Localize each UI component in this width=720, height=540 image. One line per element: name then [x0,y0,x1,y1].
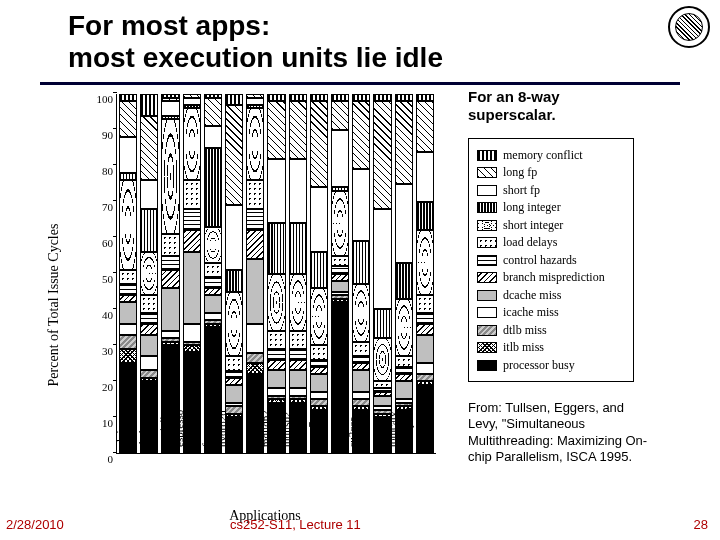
legend-row-long_integer: long integer [477,200,625,215]
seg-load_delays [225,356,243,370]
seg-short_fp [140,180,158,209]
seg-control_hazards [140,313,158,324]
seg-itlb_miss [183,345,201,352]
seg-branch_mispred [416,324,434,335]
x-tick: swm [372,426,384,447]
seg-memory_conflict [140,94,158,116]
seg-icache_miss [140,356,158,370]
seg-dcache_miss [331,281,349,292]
legend-swatch-processor_busy [477,360,497,371]
seg-long_integer [373,309,391,338]
seg-dcache_miss [246,259,264,324]
legend-label: dcache miss [503,288,561,303]
bar-su2cor: su2cor [352,94,370,453]
y-tick: 60 [87,237,113,249]
seg-memory_conflict [352,94,370,101]
seg-load_delays [395,356,413,367]
x-tick: eqntott [155,416,167,447]
seg-control_hazards [161,256,179,270]
seg-memory_conflict [119,94,137,101]
seg-load_delays [204,263,222,277]
legend-label: long integer [503,200,561,215]
x-tick: ora [333,433,345,447]
seg-dcache_miss [416,335,434,364]
y-tick: 70 [87,201,113,213]
seg-long_integer [267,223,285,273]
bar-espresso: espresso [183,94,201,453]
seg-short_fp [246,98,264,105]
seg-control_hazards [119,284,137,295]
seg-dcache_miss [183,252,201,324]
seg-short_fp [289,159,307,224]
seg-dtlb_miss [310,399,328,406]
seg-icache_miss [246,324,264,353]
seg-branch_mispred [183,230,201,252]
seg-short_fp [119,137,137,173]
seg-dtlb_miss [225,406,243,413]
bar-tomcatv: tomcatv [395,94,413,453]
y-tick-mark [113,236,117,237]
seg-load_delays [246,180,264,209]
legend-label: icache miss [503,305,559,320]
seg-load_delays [119,270,137,284]
seg-dcache_miss [204,295,222,313]
seg-long_integer [204,148,222,227]
legend-swatch-dtlb_miss [477,325,497,336]
seg-short_fp [225,205,243,270]
bar-mdljsp2: mdljsp2 [289,94,307,453]
seg-long_fp [119,101,137,137]
y-tick-mark [113,380,117,381]
legend-row-itlb_miss: itlb miss [477,340,625,355]
legend-label: memory conflict [503,148,583,163]
seg-branch_mispred [204,288,222,295]
seg-short_integer [331,191,349,256]
footer-date: 2/28/2010 [6,517,64,532]
x-tick: composite [402,402,414,447]
bar-alvinn: alvinn [119,94,137,453]
seg-branch_mispred [225,378,243,385]
seg-long_integer [225,270,243,292]
plot-area: alvinndoduceqntottespressofpppphydro2dli… [116,94,436,454]
seg-branch_mispred [161,270,179,288]
seg-short_fp [395,184,413,263]
seg-short_integer [267,274,285,331]
seg-dcache_miss [140,335,158,357]
y-tick: 100 [87,93,113,105]
seg-control_hazards [225,371,243,378]
seg-dcache_miss [267,370,285,388]
seg-load_delays [416,295,434,313]
bar-composite: composite [416,94,434,453]
seg-dcache_miss [119,302,137,324]
seg-dcache_miss [395,381,413,399]
y-tick-mark [113,308,117,309]
legend-label: short fp [503,183,540,198]
legend-row-dtlb_miss: dtlb miss [477,323,625,338]
seg-icache_miss [352,392,370,399]
seg-load_delays [267,331,285,349]
seg-branch_mispred [310,367,328,374]
seg-load_delays [183,180,201,209]
chart-subtitle: For an 8-way superscalar. [468,88,560,124]
seg-branch_mispred [119,295,137,302]
y-tick: 20 [87,381,113,393]
x-tick: nasa7 [306,422,318,447]
seg-icache_miss [204,313,222,320]
seg-icache_miss [416,363,434,374]
seg-long_integer [352,241,370,284]
seg-short_integer [161,119,179,234]
legend-box: memory conflictlong fpshort fplong integ… [468,138,634,382]
subtitle-line2: superscalar. [468,106,556,123]
seg-long_integer [289,223,307,273]
seg-short_integer [310,288,328,345]
seg-icache_miss [161,331,179,338]
seg-long_fp [289,101,307,158]
seg-short_integer [119,180,137,270]
legend-swatch-control_hazards [477,255,497,266]
legend-swatch-memory_conflict [477,150,497,161]
legend-swatch-itlb_miss [477,342,497,353]
seg-short_integer [395,299,413,356]
bar-nasa7: nasa7 [310,94,328,453]
seg-branch_mispred [246,230,264,259]
y-axis-label: Percent of Total Issue Cycles [46,224,62,387]
seg-short_fp [373,209,391,310]
